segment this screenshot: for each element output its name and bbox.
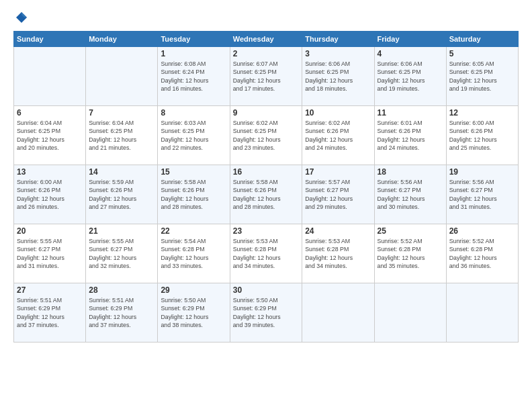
calendar-cell: 18Sunrise: 5:56 AMSunset: 6:27 PMDayligh… [374,165,446,224]
calendar-cell: 6Sunrise: 6:04 AMSunset: 6:25 PMDaylight… [14,106,86,165]
day-info: Sunrise: 5:58 AMSunset: 6:26 PMDaylight:… [233,178,299,211]
calendar-cell [446,283,518,342]
day-number: 23 [233,226,299,236]
calendar-week-row: 27Sunrise: 5:51 AMSunset: 6:29 PMDayligh… [14,283,519,342]
calendar-cell [374,283,446,342]
day-info: Sunrise: 5:51 AMSunset: 6:29 PMDaylight:… [17,296,83,329]
day-info: Sunrise: 5:55 AMSunset: 6:27 PMDaylight:… [89,237,154,270]
page: SundayMondayTuesdayWednesdayThursdayFrid… [0,0,532,411]
calendar-cell: 5Sunrise: 6:05 AMSunset: 6:25 PMDaylight… [446,47,518,106]
day-info: Sunrise: 5:52 AMSunset: 6:28 PMDaylight:… [378,237,443,270]
day-info: Sunrise: 5:58 AMSunset: 6:26 PMDaylight:… [161,178,226,211]
day-info: Sunrise: 6:04 AMSunset: 6:25 PMDaylight:… [17,119,83,152]
day-info: Sunrise: 5:56 AMSunset: 6:27 PMDaylight:… [449,178,515,211]
day-info: Sunrise: 6:01 AMSunset: 6:26 PMDaylight:… [378,119,443,152]
day-info: Sunrise: 5:59 AMSunset: 6:26 PMDaylight:… [89,178,154,211]
weekday-header: Wednesday [230,32,302,47]
calendar-cell: 15Sunrise: 5:58 AMSunset: 6:26 PMDayligh… [158,165,230,224]
day-info: Sunrise: 6:00 AMSunset: 6:26 PMDaylight:… [449,119,515,152]
calendar-cell: 13Sunrise: 6:00 AMSunset: 6:26 PMDayligh… [14,165,86,224]
day-number: 14 [89,167,154,177]
day-info: Sunrise: 6:00 AMSunset: 6:26 PMDaylight:… [17,178,83,211]
calendar-week-row: 13Sunrise: 6:00 AMSunset: 6:26 PMDayligh… [14,165,519,224]
calendar-week-row: 20Sunrise: 5:55 AMSunset: 6:27 PMDayligh… [14,224,519,283]
calendar-cell: 11Sunrise: 6:01 AMSunset: 6:26 PMDayligh… [374,106,446,165]
calendar-cell: 1Sunrise: 6:08 AMSunset: 6:24 PMDaylight… [158,47,230,106]
calendar-cell: 27Sunrise: 5:51 AMSunset: 6:29 PMDayligh… [14,283,86,342]
day-info: Sunrise: 5:50 AMSunset: 6:29 PMDaylight:… [233,296,299,329]
day-number: 25 [378,226,443,236]
day-info: Sunrise: 6:04 AMSunset: 6:25 PMDaylight:… [89,119,154,152]
calendar-cell: 23Sunrise: 5:53 AMSunset: 6:28 PMDayligh… [230,224,302,283]
day-info: Sunrise: 5:51 AMSunset: 6:29 PMDaylight:… [89,296,154,329]
day-number: 3 [305,49,371,58]
day-number: 17 [305,167,371,177]
day-number: 2 [233,49,299,58]
calendar-table: SundayMondayTuesdayWednesdayThursdayFrid… [13,31,519,342]
calendar-cell: 21Sunrise: 5:55 AMSunset: 6:27 PMDayligh… [86,224,158,283]
calendar-cell: 28Sunrise: 5:51 AMSunset: 6:29 PMDayligh… [86,283,158,342]
calendar-cell: 3Sunrise: 6:06 AMSunset: 6:25 PMDaylight… [302,47,374,106]
calendar-week-row: 6Sunrise: 6:04 AMSunset: 6:25 PMDaylight… [14,106,519,165]
day-info: Sunrise: 5:55 AMSunset: 6:27 PMDaylight:… [17,237,83,270]
day-number: 21 [89,226,154,236]
calendar-week-row: 1Sunrise: 6:08 AMSunset: 6:24 PMDaylight… [14,47,519,106]
calendar-cell: 4Sunrise: 6:06 AMSunset: 6:25 PMDaylight… [374,47,446,106]
day-number: 4 [378,49,443,58]
header [13,11,519,24]
calendar-cell: 16Sunrise: 5:58 AMSunset: 6:26 PMDayligh… [230,165,302,224]
day-number: 16 [233,167,299,177]
calendar-cell: 10Sunrise: 6:02 AMSunset: 6:26 PMDayligh… [302,106,374,165]
calendar-cell: 2Sunrise: 6:07 AMSunset: 6:25 PMDaylight… [230,47,302,106]
calendar-cell: 9Sunrise: 6:02 AMSunset: 6:25 PMDaylight… [230,106,302,165]
day-info: Sunrise: 6:05 AMSunset: 6:25 PMDaylight:… [449,60,515,93]
calendar-cell: 17Sunrise: 5:57 AMSunset: 6:27 PMDayligh… [302,165,374,224]
calendar-cell: 29Sunrise: 5:50 AMSunset: 6:29 PMDayligh… [158,283,230,342]
calendar-cell: 20Sunrise: 5:55 AMSunset: 6:27 PMDayligh… [14,224,86,283]
calendar-cell: 24Sunrise: 5:53 AMSunset: 6:28 PMDayligh… [302,224,374,283]
calendar-cell [302,283,374,342]
day-info: Sunrise: 5:57 AMSunset: 6:27 PMDaylight:… [305,178,371,211]
calendar-cell [14,47,86,106]
calendar-cell: 30Sunrise: 5:50 AMSunset: 6:29 PMDayligh… [230,283,302,342]
weekday-header: Tuesday [158,32,230,47]
day-number: 8 [161,108,226,118]
day-info: Sunrise: 6:07 AMSunset: 6:25 PMDaylight:… [233,60,299,93]
day-info: Sunrise: 5:53 AMSunset: 6:28 PMDaylight:… [305,237,371,270]
day-number: 28 [89,285,154,295]
day-number: 5 [449,49,515,58]
day-info: Sunrise: 6:06 AMSunset: 6:25 PMDaylight:… [305,60,371,93]
day-number: 7 [89,108,154,118]
calendar-cell: 8Sunrise: 6:03 AMSunset: 6:25 PMDaylight… [158,106,230,165]
day-number: 26 [449,226,515,236]
day-info: Sunrise: 6:03 AMSunset: 6:25 PMDaylight:… [161,119,226,152]
day-number: 22 [161,226,226,236]
day-info: Sunrise: 5:53 AMSunset: 6:28 PMDaylight:… [233,237,299,270]
calendar-header-row: SundayMondayTuesdayWednesdayThursdayFrid… [14,32,519,47]
day-number: 18 [378,167,443,177]
day-info: Sunrise: 5:54 AMSunset: 6:28 PMDaylight:… [161,237,226,270]
weekday-header: Friday [374,32,446,47]
day-info: Sunrise: 6:08 AMSunset: 6:24 PMDaylight:… [161,60,226,93]
day-number: 9 [233,108,299,118]
day-number: 10 [305,108,371,118]
day-number: 11 [378,108,443,118]
day-info: Sunrise: 5:56 AMSunset: 6:27 PMDaylight:… [378,178,443,211]
weekday-header: Saturday [446,32,518,47]
day-number: 13 [17,167,83,177]
calendar-cell: 12Sunrise: 6:00 AMSunset: 6:26 PMDayligh… [446,106,518,165]
calendar-cell: 19Sunrise: 5:56 AMSunset: 6:27 PMDayligh… [446,165,518,224]
calendar-cell [86,47,158,106]
day-number: 27 [17,285,83,295]
calendar-cell: 26Sunrise: 5:52 AMSunset: 6:28 PMDayligh… [446,224,518,283]
calendar-cell: 14Sunrise: 5:59 AMSunset: 6:26 PMDayligh… [86,165,158,224]
day-number: 6 [17,108,83,118]
logo [13,11,28,24]
day-number: 19 [449,167,515,177]
day-number: 24 [305,226,371,236]
weekday-header: Sunday [14,32,86,47]
calendar-cell: 22Sunrise: 5:54 AMSunset: 6:28 PMDayligh… [158,224,230,283]
calendar-cell: 7Sunrise: 6:04 AMSunset: 6:25 PMDaylight… [86,106,158,165]
calendar-cell: 25Sunrise: 5:52 AMSunset: 6:28 PMDayligh… [374,224,446,283]
day-number: 30 [233,285,299,295]
